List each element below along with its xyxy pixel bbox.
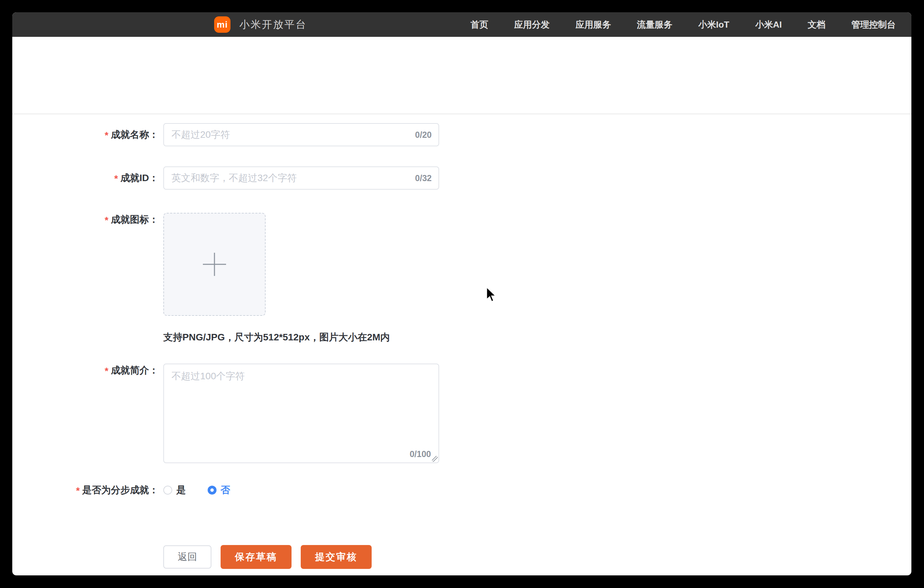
xiaomi-logo-icon: mi [214,17,231,33]
achievement-name-label-text: 成就名称： [111,128,158,142]
field-row-achievement-id: * 成就ID： 0/32 [12,167,439,190]
achievement-intro-counter: 0/100 [409,449,431,459]
achievement-name-input-wrap: 0/20 [163,123,439,146]
achievement-icon-label-text: 成就图标： [111,213,158,226]
radio-option-yes[interactable]: 是 [163,484,186,497]
nav-item-traffic-services[interactable]: 流量服务 [637,19,672,31]
nav-item-app-services[interactable]: 应用服务 [576,19,611,31]
achievement-id-input[interactable] [163,167,439,190]
nav-menu: 首页 应用分发 应用服务 流量服务 小米IoT 小米AI 文档 管理控制台 [470,19,896,31]
achievement-name-counter: 0/20 [415,130,432,140]
nav-item-mi-ai[interactable]: 小米AI [755,19,782,31]
header-divider [12,114,911,114]
achievement-intro-textarea[interactable] [163,363,439,463]
field-row-achievement-name: * 成就名称： 0/20 [12,123,439,146]
save-draft-button[interactable]: 保存草稿 [221,545,292,569]
field-row-step-achievement: * 是否为分步成就： 是 否 [12,483,230,497]
step-achievement-label: * 是否为分步成就： [12,483,158,497]
nav-item-mi-iot[interactable]: 小米IoT [698,19,729,31]
step-achievement-label-text: 是否为分步成就： [82,483,158,497]
brand[interactable]: mi 小米开放平台 [214,17,307,33]
icon-upload-hint: 支持PNG/JPG，尺寸为512*512px，图片大小在2M内 [163,331,390,344]
icon-upload-dropzone[interactable] [163,213,266,316]
back-button[interactable]: 返回 [163,545,211,568]
platform-page: mi 小米开放平台 首页 应用分发 应用服务 流量服务 小米IoT 小米AI 文… [12,12,911,575]
achievement-intro-textarea-wrap: 0/100 [163,363,439,463]
achievement-name-input[interactable] [163,123,439,146]
nav-item-admin-console[interactable]: 管理控制台 [851,19,896,31]
brand-title: 小米开放平台 [239,18,307,32]
radio-unchecked-icon[interactable] [163,486,172,495]
achievement-intro-label: * 成就简介： [12,363,158,377]
required-asterisk: * [76,484,80,498]
nav-item-home[interactable]: 首页 [470,19,488,31]
resize-grip-icon[interactable] [432,456,438,462]
nav-item-docs[interactable]: 文档 [808,19,825,31]
required-asterisk: * [114,172,118,185]
required-asterisk: * [105,364,109,378]
form-actions: 返回 保存草稿 提交审核 [163,545,372,569]
achievement-icon-label: * 成就图标： [12,213,158,226]
achievement-intro-label-text: 成就简介： [111,363,158,377]
achievement-id-label-text: 成就ID： [120,171,158,185]
achievement-id-counter: 0/32 [415,173,432,183]
xiaomi-logo-text: mi [217,20,228,30]
submit-review-button[interactable]: 提交审核 [301,545,372,569]
step-achievement-radio-group: 是 否 [163,484,230,497]
achievement-name-label: * 成就名称： [12,128,158,142]
top-navbar: mi 小米开放平台 首页 应用分发 应用服务 流量服务 小米IoT 小米AI 文… [12,12,911,37]
radio-no-label: 否 [221,484,230,497]
field-row-achievement-icon: * 成就图标： [12,213,266,316]
field-row-achievement-intro: * 成就简介： 0/100 [12,363,439,463]
achievement-id-label: * 成就ID： [12,171,158,185]
radio-yes-label: 是 [176,484,186,497]
required-asterisk: * [105,213,109,227]
plus-icon [214,253,215,276]
radio-checked-icon[interactable] [208,486,216,495]
achievement-id-input-wrap: 0/32 [163,167,439,190]
radio-option-no[interactable]: 否 [208,484,230,497]
nav-item-app-distribution[interactable]: 应用分发 [514,19,549,31]
required-asterisk: * [105,129,109,142]
